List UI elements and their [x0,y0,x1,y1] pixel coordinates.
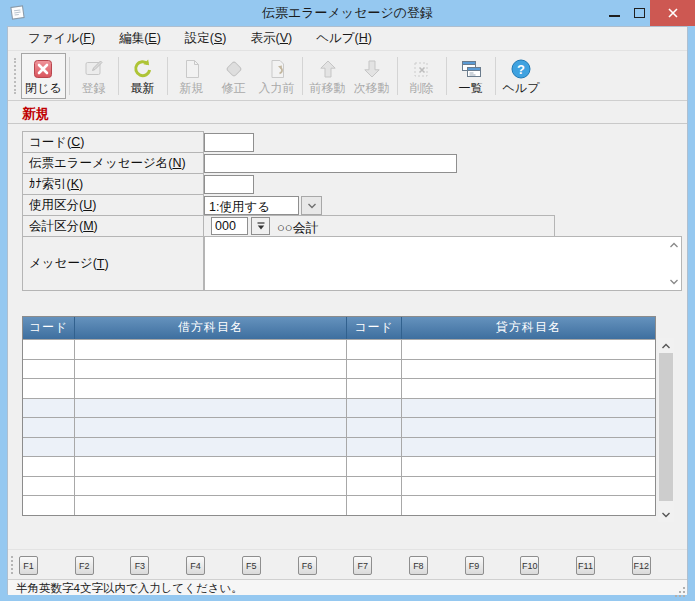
table-cell[interactable] [75,496,347,515]
mode-strip: 新規 [8,105,687,124]
function-key-F1[interactable]: F1 [19,556,38,575]
table-row[interactable] [23,476,655,496]
table-cell[interactable] [347,340,402,359]
table-row[interactable] [23,417,655,437]
table-cell[interactable] [402,418,655,437]
table-cell[interactable] [402,399,655,418]
table-cell[interactable] [402,477,655,496]
table-cell[interactable] [75,340,347,359]
toolbar-button-move-prev[interactable]: 前移動 [306,53,350,99]
before-input-icon [265,57,289,81]
table-cell[interactable] [402,340,655,359]
table-cell[interactable] [23,477,75,496]
table-cell[interactable] [402,496,655,515]
table-cell[interactable] [347,457,402,476]
toolbar-button-before-input[interactable]: 入力前 [255,53,299,99]
close-window-button[interactable] [650,0,695,26]
table-cell[interactable] [75,418,347,437]
table-cell[interactable] [23,340,75,359]
register-icon [82,57,106,81]
grid-header-credit-name: 貸方科目名 [402,317,655,339]
function-key-F6[interactable]: F6 [298,556,317,575]
table-cell[interactable] [75,438,347,457]
menu-edit[interactable]: 編集(E) [107,26,173,51]
scroll-up-icon[interactable] [658,339,674,352]
table-row[interactable] [23,378,655,398]
toolbar-button-help[interactable]: ? ヘルプ [499,53,544,99]
table-cell[interactable] [402,360,655,379]
account-code-input[interactable] [211,217,248,235]
table-row[interactable] [23,398,655,418]
table-row[interactable] [23,456,655,476]
table-row[interactable] [23,339,655,359]
scroll-down-icon[interactable] [658,508,674,521]
scroll-thumb[interactable] [659,353,673,501]
table-cell[interactable] [75,477,347,496]
table-cell[interactable] [23,360,75,379]
fkey-bar-grip[interactable] [11,556,14,574]
table-cell[interactable] [347,360,402,379]
table-cell[interactable] [23,379,75,398]
toolbar-button-edit[interactable]: 修正 [213,53,255,99]
table-cell[interactable] [347,438,402,457]
function-key-F2[interactable]: F2 [75,556,94,575]
table-cell[interactable] [347,379,402,398]
table-cell[interactable] [23,457,75,476]
table-cell[interactable] [75,379,347,398]
table-cell[interactable] [75,360,347,379]
table-cell[interactable] [347,399,402,418]
function-key-F12[interactable]: F12 [632,556,651,575]
grid-scrollbar[interactable] [658,338,674,522]
message-textarea[interactable] [204,236,682,291]
toolbar-button-list[interactable]: 一覧 [450,53,492,99]
menu-settings[interactable]: 設定(S) [173,26,239,51]
use-division-dropdown-button[interactable] [301,196,322,215]
table-cell[interactable] [23,438,75,457]
function-key-F7[interactable]: F7 [353,556,372,575]
table-cell[interactable] [347,496,402,515]
code-input[interactable] [204,133,254,152]
toolbar-button-delete[interactable]: 削除 [401,53,443,99]
menu-help[interactable]: ヘルプ(H) [304,26,384,51]
function-key-F3[interactable]: F3 [130,556,149,575]
account-dropdown-button[interactable] [251,217,270,235]
function-key-F10[interactable]: F10 [520,556,539,575]
grid-header-credit-code: コード [347,317,402,339]
menu-file[interactable]: ファイル(F) [16,26,107,51]
table-row[interactable] [23,437,655,457]
function-key-F4[interactable]: F4 [186,556,205,575]
toolbar-button-close[interactable]: 閉じる [21,53,66,99]
table-cell[interactable] [402,438,655,457]
function-key-F11[interactable]: F11 [576,556,595,575]
toolbar-button-refresh[interactable]: 最新 [122,53,164,99]
message-scroll-up-icon[interactable] [668,240,680,249]
menu-view[interactable]: 表示(V) [239,26,305,51]
function-key-F9[interactable]: F9 [465,556,484,575]
table-cell[interactable] [23,418,75,437]
error-message-name-input[interactable] [204,154,457,173]
table-row[interactable] [23,495,655,515]
function-key-F5[interactable]: F5 [242,556,261,575]
use-division-value[interactable]: 1:使用する [204,196,299,215]
toolbar-button-new[interactable]: 新規 [171,53,213,99]
table-cell[interactable] [75,457,347,476]
table-cell[interactable] [75,399,347,418]
toolbar-button-register[interactable]: 登録 [73,53,115,99]
dropdown-icon [256,221,266,231]
toolbar-grip[interactable] [14,58,17,94]
table-row[interactable] [23,359,655,379]
table-cell[interactable] [347,477,402,496]
toolbar-button-move-next[interactable]: 次移動 [350,53,394,99]
minimize-button[interactable] [602,0,626,26]
table-cell[interactable] [23,399,75,418]
table-cell[interactable] [402,457,655,476]
maximize-button[interactable] [627,0,651,26]
table-cell[interactable] [402,379,655,398]
table-cell[interactable] [23,496,75,515]
table-cell[interactable] [347,418,402,437]
function-key-F8[interactable]: F8 [409,556,428,575]
arrow-down-icon [360,57,384,81]
message-scroll-down-icon[interactable] [668,277,680,286]
kana-index-input[interactable] [204,175,254,194]
resize-grip-icon[interactable] [675,583,685,601]
